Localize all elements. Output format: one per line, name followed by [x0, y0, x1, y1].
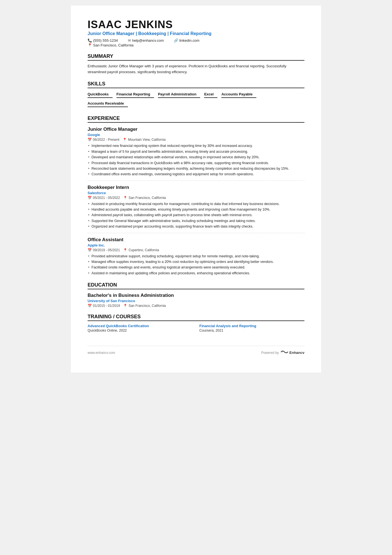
skill-excel: Excel — [204, 91, 217, 98]
list-item: Developed and maintained relationships w… — [88, 155, 304, 160]
enhancv-logo: Enhancv — [281, 349, 304, 356]
skills-title: SKILLS — [88, 81, 304, 88]
education-section: EDUCATION Bachelor's in Business Adminis… — [88, 282, 304, 308]
exp-divider-1 — [88, 181, 304, 181]
email-contact: ✉ help@enhancv.com — [128, 38, 164, 43]
job-1-dates: 📅 06/2022 - Present — [88, 138, 119, 142]
location-icon: 📍 — [88, 43, 92, 47]
job-1: Junior Office Manager Google 📅 06/2022 -… — [88, 127, 304, 177]
edu-degree: Bachelor's in Business Administration — [88, 293, 304, 298]
edu-school: University of San Francisco — [88, 299, 304, 303]
calendar-icon-2: 📅 — [88, 196, 92, 200]
training-2-title: Financial Analysis and Reporting — [199, 324, 304, 328]
job-1-location: 📍 Mountain View, California — [123, 138, 165, 142]
footer-brand: Powered by Enhancv — [261, 349, 304, 356]
list-item: Assisted in maintaining and updating off… — [88, 271, 304, 276]
email-value: help@enhancv.com — [132, 38, 164, 43]
edu-dates-value: 01/2015 - 01/2019 — [93, 304, 120, 308]
location-icon-1: 📍 — [123, 138, 127, 142]
candidate-title: Junior Office Manager | Bookkeeping | Fi… — [88, 31, 304, 36]
list-item: Handled accounts payable and receivable,… — [88, 207, 304, 212]
experience-title: EXPERIENCE — [88, 115, 304, 123]
phone-contact: 📞 (555) 555-1234 — [88, 38, 118, 43]
skill-accounts-payable: Accounts Payable — [221, 91, 256, 98]
job-1-company: Google — [88, 133, 304, 137]
linkedin-icon: 🔗 — [174, 38, 178, 43]
calendar-icon-3: 📅 — [88, 248, 92, 252]
list-item: Assisted in producing monthly financial … — [88, 201, 304, 207]
job-3-location: 📍 Cupertino, California — [123, 248, 159, 252]
list-item: Reconciled bank statements and bookkeepi… — [88, 166, 304, 171]
job-1-meta: 📅 06/2022 - Present 📍 Mountain View, Cal… — [88, 138, 304, 142]
list-item: Implemented new financial reporting syst… — [88, 143, 304, 149]
job-3: Office Assistant Apple Inc. 📅 09/2019 - … — [88, 237, 304, 276]
linkedin-value: linkedin.com — [179, 38, 199, 43]
summary-text: Enthusiastic Junior Office Manager with … — [88, 63, 304, 75]
location-value: San Francisco, California — [93, 43, 133, 47]
training-item-1: Advanced QuickBooks Certification QuickB… — [88, 324, 193, 332]
job-3-bullets: Provided administrative support, includi… — [88, 254, 304, 276]
training-1-title: Advanced QuickBooks Certification — [88, 324, 193, 328]
training-2-sub: Coursera, 2021 — [199, 329, 304, 332]
list-item: Administered payroll tasks, collaboratin… — [88, 213, 304, 218]
skill-financial-reporting: Financial Reporting — [116, 91, 154, 98]
list-item: Organized and maintained proper accounti… — [88, 224, 304, 229]
calendar-icon-1: 📅 — [88, 138, 92, 142]
phone-icon: 📞 — [88, 38, 92, 43]
skills-list: QuickBooks Financial Reporting Payroll A… — [88, 91, 304, 109]
job-3-meta: 📅 09/2019 - 05/2021 📍 Cupertino, Califor… — [88, 248, 304, 252]
job-2-dates: 📅 05/2021 - 05/2022 — [88, 196, 120, 200]
job-2: Bookkeeper Intern Salesforce 📅 05/2021 -… — [88, 185, 304, 230]
summary-title: SUMMARY — [88, 53, 304, 61]
experience-section: EXPERIENCE Junior Office Manager Google … — [88, 115, 304, 276]
skill-quickbooks: QuickBooks — [88, 91, 113, 98]
summary-section: SUMMARY Enthusiastic Junior Office Manag… — [88, 53, 304, 75]
job-1-bullets: Implemented new financial reporting syst… — [88, 143, 304, 177]
education-title: EDUCATION — [88, 282, 304, 289]
job-2-bullets: Assisted in producing monthly financial … — [88, 201, 304, 230]
resume-page: ISAAC JENKINS Junior Office Manager | Bo… — [71, 6, 321, 373]
training-title: TRAINING / COURSES — [88, 314, 304, 321]
list-item: Supported the General Manager with admin… — [88, 218, 304, 224]
brand-name: Enhancv — [289, 351, 304, 355]
list-item: Facilitated onsite meetings and events, … — [88, 265, 304, 270]
skills-section: SKILLS QuickBooks Financial Reporting Pa… — [88, 81, 304, 109]
job-2-title: Bookkeeper Intern — [88, 185, 304, 190]
location-icon-edu: 📍 — [123, 304, 127, 308]
training-grid: Advanced QuickBooks Certification QuickB… — [88, 324, 304, 332]
list-item: Processed daily financial transactions i… — [88, 161, 304, 166]
skill-payroll: Payroll Administration — [158, 91, 200, 98]
training-1-sub: QuickBooks Online, 2022 — [88, 329, 193, 332]
edu-location: 📍 San Francisco, California — [123, 304, 166, 308]
edu-location-value: San Francisco, California — [128, 304, 166, 308]
job-3-dates: 📅 09/2019 - 05/2021 — [88, 248, 120, 252]
job-2-location: 📍 San Francisco, California — [123, 196, 166, 200]
edu-dates: 📅 01/2015 - 01/2019 — [88, 304, 120, 308]
list-item: Managed a team of 5 for payroll and bene… — [88, 149, 304, 154]
training-item-2: Financial Analysis and Reporting Courser… — [199, 324, 304, 332]
job-2-meta: 📅 05/2021 - 05/2022 📍 San Francisco, Cal… — [88, 196, 304, 200]
list-item: Provided administrative support, includi… — [88, 254, 304, 259]
list-item: Coordinated office events and meetings, … — [88, 172, 304, 177]
enhancv-icon — [281, 349, 288, 356]
edu-meta: 📅 01/2015 - 01/2019 📍 San Francisco, Cal… — [88, 304, 304, 308]
footer-website: www.enhancv.com — [88, 351, 115, 355]
list-item: Managed office supplies inventory, leadi… — [88, 259, 304, 265]
skill-accounts-receivable: Accounts Receivable — [88, 100, 128, 107]
header-section: ISAAC JENKINS Junior Office Manager | Bo… — [88, 19, 304, 47]
candidate-name: ISAAC JENKINS — [88, 19, 304, 31]
email-icon: ✉ — [128, 38, 131, 43]
job-2-company: Salesforce — [88, 191, 304, 195]
linkedin-contact[interactable]: 🔗 linkedin.com — [174, 38, 199, 43]
location-icon-3: 📍 — [123, 248, 127, 252]
training-section: TRAINING / COURSES Advanced QuickBooks C… — [88, 314, 304, 332]
footer: www.enhancv.com Powered by Enhancv — [88, 346, 304, 356]
location-row: 📍 San Francisco, California — [88, 43, 304, 47]
job-3-title: Office Assistant — [88, 237, 304, 243]
job-1-title: Junior Office Manager — [88, 127, 304, 132]
exp-divider-2 — [88, 233, 304, 233]
phone-value: (555) 555-1234 — [93, 38, 118, 43]
calendar-icon-edu: 📅 — [88, 304, 92, 308]
job-3-company: Apple Inc. — [88, 243, 304, 247]
location-icon-2: 📍 — [123, 196, 127, 200]
